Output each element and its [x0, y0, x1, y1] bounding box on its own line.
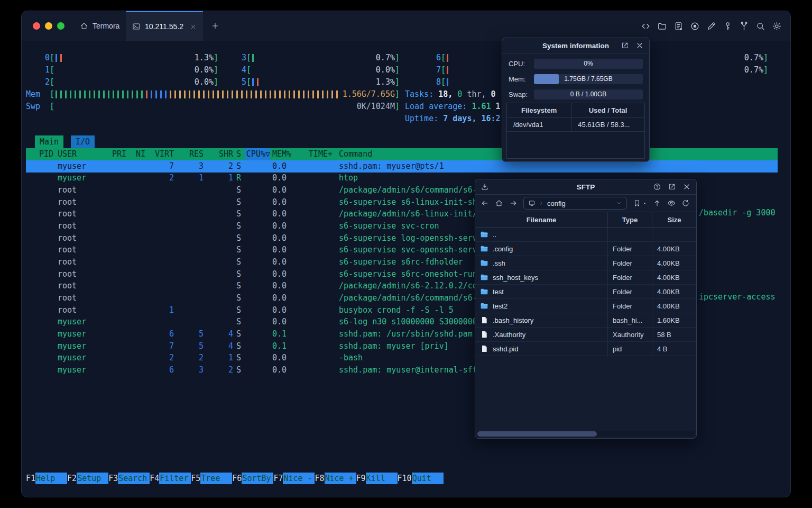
fkey-f3[interactable]: F3Search: [108, 473, 150, 484]
home-icon[interactable]: [495, 199, 503, 207]
fkey-f9[interactable]: F9Kill: [356, 473, 398, 484]
file-name: ssh_host_keys: [493, 274, 538, 282]
scrollbar-thumb[interactable]: [477, 431, 597, 437]
close-window-button[interactable]: [33, 22, 40, 30]
download-icon[interactable]: [481, 183, 489, 191]
code-icon[interactable]: [641, 21, 651, 31]
back-icon[interactable]: [481, 199, 489, 207]
filesystem-row[interactable]: /dev/vda1 45.61GB / 58.3...: [507, 117, 644, 132]
file-row[interactable]: .sshFolder4.00KB: [475, 256, 696, 270]
home-tab-label: Termora: [93, 22, 119, 30]
file-name: .bash_history: [493, 316, 533, 324]
fkey-f7[interactable]: F7Nice -: [273, 473, 315, 484]
file-row[interactable]: testFolder4.00KB: [475, 285, 696, 299]
chevron-down-icon[interactable]: [616, 200, 622, 206]
fkey-f1[interactable]: F1Help: [26, 473, 67, 484]
minimize-window-button[interactable]: [45, 22, 52, 30]
mem-meter: Mem[1.56G/7.65G]: [26, 88, 400, 101]
close-tab-icon[interactable]: [190, 23, 197, 30]
gauge-value: 0%: [534, 59, 643, 69]
key-icon[interactable]: [723, 21, 733, 31]
file-icon: [480, 344, 488, 353]
gauge-label: Swap:: [509, 90, 534, 98]
gauge-row: Mem:1.75GB / 7.65GB: [509, 74, 643, 84]
file-list: ...configFolder4.00KB.sshFolder4.00KBssh…: [475, 228, 696, 356]
path-breadcrumb[interactable]: config: [523, 197, 627, 210]
tab-active-session[interactable]: 10.211.55.2: [126, 11, 203, 41]
pencil-icon[interactable]: [706, 21, 716, 31]
gauge-bar: 0 B / 1.00GB: [534, 89, 643, 99]
file-name: .config: [493, 245, 513, 253]
show-hidden-eye-icon[interactable]: [667, 199, 676, 207]
cpu-meter-4: 4[0.0%]: [223, 64, 400, 76]
file-type: Folder: [607, 270, 652, 284]
parent-directory-icon[interactable]: [653, 199, 661, 207]
zoom-window-button[interactable]: [57, 22, 64, 30]
gauge-label: CPU:: [509, 60, 534, 68]
system-information-title-bar: System information: [502, 38, 649, 53]
file-size: 58 B: [652, 328, 696, 341]
process-table-header[interactable]: PIDUSERPRINIVIRTRESSHRSCPU%▽MEM%TIME+Com…: [26, 148, 778, 160]
htop-info-line: Tasks: 18, 0 thr, 0: [405, 88, 496, 101]
filename-column-header[interactable]: Filename: [475, 216, 607, 224]
tab-termora-home[interactable]: Termora: [75, 11, 125, 41]
bookmark-icon[interactable]: [633, 199, 641, 207]
close-icon[interactable]: [635, 41, 644, 50]
file-name: .ssh: [493, 259, 505, 267]
fkey-f10[interactable]: F10Quit: [398, 473, 444, 484]
new-tab-button[interactable]: [207, 11, 224, 41]
file-icon: [480, 330, 488, 339]
file-type: Folder: [607, 256, 652, 270]
open-in-window-icon[interactable]: [621, 41, 629, 50]
terminal-icon: [132, 22, 141, 31]
fkey-f6[interactable]: F6SortBy: [232, 473, 273, 484]
branch-icon[interactable]: [739, 21, 749, 31]
close-icon[interactable]: [682, 183, 691, 191]
file-name: .Xauthority: [493, 331, 525, 339]
settings-icon[interactable]: [772, 21, 782, 31]
folder-icon[interactable]: [657, 21, 667, 31]
file-row[interactable]: ..: [475, 228, 696, 242]
computer-icon: [528, 199, 536, 207]
htop-tab-io[interactable]: I/O: [71, 135, 95, 148]
file-row[interactable]: ssh_host_keysFolder4.00KB: [475, 270, 696, 285]
bookmark-dropdown-caret-icon[interactable]: [642, 201, 647, 206]
type-column-header[interactable]: Type: [607, 212, 652, 227]
gauge-value: 1.75GB / 7.65GB: [534, 74, 643, 84]
folder-icon: [480, 259, 488, 267]
cpu-meter-3: 3[0.7%]: [223, 52, 400, 64]
fkey-f8[interactable]: F8Nice +: [315, 473, 356, 484]
forward-icon[interactable]: [509, 199, 518, 207]
document-badge-icon[interactable]: [673, 21, 684, 31]
file-row[interactable]: .configFolder4.00KB: [475, 242, 696, 256]
fkey-f4[interactable]: F4Filter: [150, 473, 191, 484]
file-row[interactable]: .XauthorityXauthority58 B: [475, 328, 696, 342]
help-icon[interactable]: [653, 183, 661, 191]
file-row[interactable]: .bash_historybash_hi...1.60KB: [475, 313, 696, 328]
file-size: [652, 228, 696, 241]
open-in-window-icon[interactable]: [668, 183, 676, 191]
panel-title: SFTP: [577, 183, 595, 191]
filesystem-column-header: Filesystem: [507, 103, 571, 117]
horizontal-scrollbar[interactable]: [477, 431, 694, 437]
fkey-f2[interactable]: F2Setup: [67, 473, 108, 484]
folder-icon: [480, 230, 488, 239]
file-size: 1.60KB: [652, 313, 696, 327]
file-table-header[interactable]: Filename Type Size: [475, 212, 696, 228]
cpu-meter-5: 5[1.3%]: [223, 76, 400, 88]
file-row[interactable]: sshd.pidpid4 B: [475, 342, 696, 356]
cpu-meter-1: 1[0.0%]: [26, 64, 218, 76]
htop-tab-main[interactable]: Main: [35, 135, 63, 148]
process-row[interactable]: 8374myuser200729639802840S0.70.00:00.02s…: [26, 160, 778, 173]
refresh-icon[interactable]: [681, 199, 690, 207]
size-column-header[interactable]: Size: [652, 212, 696, 227]
file-type: Xauthority: [607, 328, 652, 341]
fkey-f5[interactable]: F5Tree: [191, 473, 232, 484]
file-size: 4.00KB: [652, 299, 696, 313]
file-type: bash_hi...: [607, 313, 652, 327]
file-row[interactable]: test2Folder4.00KB: [475, 299, 696, 313]
search-icon[interactable]: [755, 21, 765, 31]
record-icon[interactable]: [690, 21, 700, 31]
gauge-bar: 1.75GB / 7.65GB: [534, 74, 643, 84]
current-path: config: [547, 199, 566, 207]
